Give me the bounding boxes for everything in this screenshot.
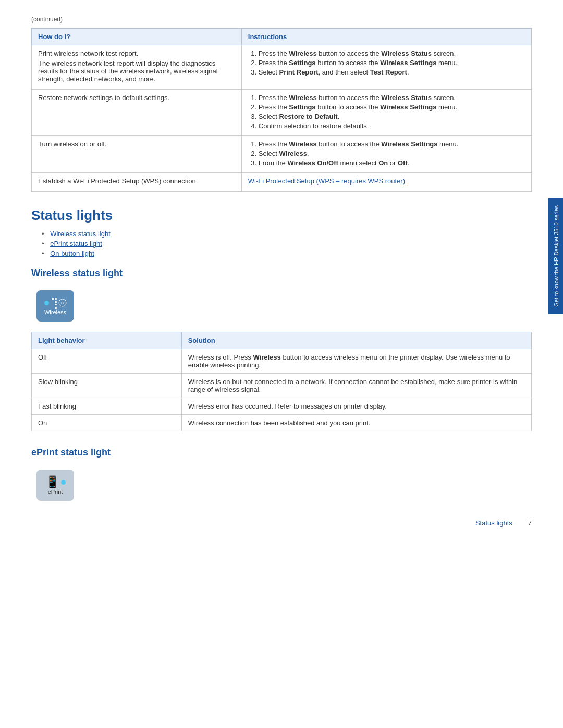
solution-cell: Wireless is off. Press Wireless button t…: [181, 349, 531, 374]
page-container: Get to know the HP Deskjet 3510 series (…: [0, 0, 563, 542]
wireless-icon-inner: ⢹⦾: [44, 297, 67, 309]
wireless-icon-label: Wireless: [44, 309, 66, 315]
how-text-1: Print wireless network test report.: [38, 50, 235, 57]
instructions-header: Instructions: [241, 29, 531, 45]
how-text-2: The wireless network test report will di…: [38, 59, 235, 83]
bold-text: Wireless Settings: [381, 140, 437, 148]
eprint-dot-icon: [61, 480, 66, 485]
bold-text: Wireless Settings: [380, 59, 436, 67]
solution-header: Solution: [181, 332, 531, 349]
bold-text: Wireless Status: [381, 50, 432, 57]
how-to-table: How do I? Instructions Print wireless ne…: [31, 28, 532, 192]
dot-icon: [44, 301, 49, 305]
how-cell: Restore network settings to default sett…: [32, 90, 242, 136]
how-cell: Print wireless network test report. The …: [32, 45, 242, 90]
bold-text: Off: [398, 159, 408, 167]
table-row: Establish a Wi-Fi Protected Setup (WPS) …: [32, 173, 532, 192]
bold-text: Wireless: [289, 140, 316, 148]
inst-cell: Press the Wireless button to access the …: [241, 45, 531, 90]
eprint-status-link[interactable]: ePrint status light: [50, 240, 102, 248]
wireless-status-link[interactable]: Wireless status light: [50, 230, 111, 238]
status-lights-title: Status lights: [31, 207, 532, 224]
behavior-cell: Off: [32, 349, 182, 374]
bold-text: On: [378, 159, 388, 167]
light-table-row: Slow blinking Wireless is on but not con…: [32, 374, 532, 398]
inst-item: Select Wireless.: [259, 150, 525, 157]
inst-item: Press the Settings button to access the …: [259, 103, 525, 111]
how-cell: Establish a Wi-Fi Protected Setup (WPS) …: [32, 173, 242, 192]
wps-link[interactable]: Wi-Fi Protected Setup (WPS – requires WP…: [248, 177, 405, 185]
inst-item: Press the Wireless button to access the …: [259, 50, 525, 57]
inst-item: Press the Wireless button to access the …: [259, 140, 525, 148]
footer: Status lights 7: [475, 519, 532, 527]
table-row: Turn wireless on or off. Press the Wirel…: [32, 136, 532, 173]
bold-text: Wireless: [279, 150, 307, 157]
inst-item: Press the Wireless button to access the …: [259, 94, 525, 102]
bold-text: Wireless On/Off: [287, 159, 338, 167]
eprint-symbol-icon: 📱: [45, 475, 59, 489]
bold-text: Wireless: [289, 50, 316, 57]
light-table-row: On Wireless connection has been establis…: [32, 415, 532, 431]
solution-cell: Wireless is on but not connected to a ne…: [181, 374, 531, 398]
bold-text: Wireless Status: [381, 94, 432, 102]
footer-label: Status lights: [475, 519, 512, 527]
how-cell: Turn wireless on or off.: [32, 136, 242, 173]
bold-text: Restore to Default: [279, 113, 338, 120]
light-table-row: Fast blinking Wireless error has occurre…: [32, 398, 532, 415]
bullet-wireless: Wireless status light: [42, 230, 532, 238]
wireless-light-table: Light behavior Solution Off Wireless is …: [31, 332, 532, 431]
bullet-onbutton: On button light: [42, 250, 532, 257]
light-behavior-header: Light behavior: [32, 332, 182, 349]
bold-text: Settings: [289, 103, 315, 111]
how-do-i-header: How do I?: [32, 29, 242, 45]
inst-item: Press the Settings button to access the …: [259, 59, 525, 67]
inst-item: Confirm selection to restore defaults.: [259, 122, 525, 130]
wireless-button-icon: ⢹⦾ Wireless: [36, 290, 74, 322]
bold-text: Wireless Settings: [380, 103, 436, 111]
continued-label: (continued): [31, 16, 532, 23]
status-lights-bullets: Wireless status light ePrint status ligh…: [31, 230, 532, 257]
on-button-link[interactable]: On button light: [50, 250, 94, 257]
how-text: Restore network settings to default sett…: [38, 94, 235, 102]
table-row: Print wireless network test report. The …: [32, 45, 532, 90]
bold-text: Test Report: [370, 68, 407, 76]
wireless-status-title: Wireless status light: [31, 268, 532, 279]
behavior-cell: Slow blinking: [32, 374, 182, 398]
eprint-status-title: ePrint status light: [31, 447, 532, 458]
footer-page: 7: [528, 519, 532, 527]
eprint-icon-label: ePrint: [48, 489, 63, 495]
how-text: Establish a Wi-Fi Protected Setup (WPS) …: [38, 177, 235, 185]
inst-item: Select Print Report, and then select Tes…: [259, 68, 525, 76]
bold-text: Wireless: [289, 94, 316, 102]
solution-cell: Wireless error has occurred. Refer to me…: [181, 398, 531, 415]
light-table-row: Off Wireless is off. Press Wireless butt…: [32, 349, 532, 374]
bold-text: Print Report: [279, 68, 319, 76]
inst-item: From the Wireless On/Off menu select On …: [259, 159, 525, 167]
behavior-cell: On: [32, 415, 182, 431]
bold-text: Settings: [289, 59, 315, 67]
wifi-icon: ⢹⦾: [51, 297, 67, 309]
bullet-eprint: ePrint status light: [42, 240, 532, 248]
behavior-cell: Fast blinking: [32, 398, 182, 415]
how-text: Turn wireless on or off.: [38, 140, 235, 148]
inst-item: Select Restore to Default.: [259, 113, 525, 120]
inst-cell: Press the Wireless button to access the …: [241, 136, 531, 173]
eprint-icon-inner: 📱: [45, 475, 66, 489]
inst-cell: Press the Wireless button to access the …: [241, 90, 531, 136]
side-tab: Get to know the HP Deskjet 3510 series: [548, 198, 563, 314]
inst-cell: Wi-Fi Protected Setup (WPS – requires WP…: [241, 173, 531, 192]
solution-cell: Wireless connection has been established…: [181, 415, 531, 431]
table-row: Restore network settings to default sett…: [32, 90, 532, 136]
bold-text: Wireless: [253, 353, 280, 361]
eprint-button-icon: 📱 ePrint: [36, 470, 74, 501]
